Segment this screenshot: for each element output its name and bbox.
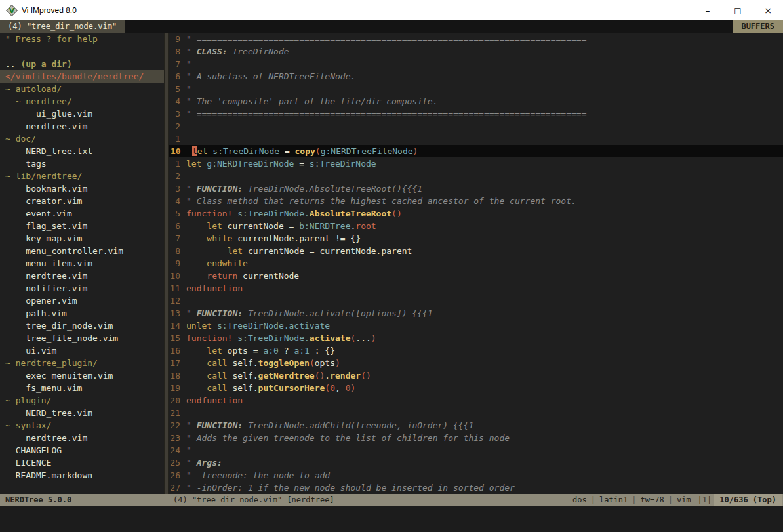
editor-line[interactable]: 25" Args: <box>169 457 783 469</box>
editor-line[interactable]: 19 call self.putCursorHere(0, 0) <box>169 382 783 394</box>
tree-row[interactable]: opener.vim <box>0 295 164 307</box>
editor-line[interactable]: 24" <box>169 444 783 457</box>
editor-line[interactable]: 6 let currentNode = b:NERDTree.root <box>169 220 783 232</box>
text-segment: (up a dir) <box>20 59 71 69</box>
editor-line[interactable]: 1let g:NERDTreeDirNode = s:TreeDirNode <box>169 157 783 170</box>
editor-line-current[interactable]: 10let s:TreeDirNode = copy(g:NERDTreeFil… <box>169 145 783 157</box>
tree-row[interactable]: flag_set.vim <box>0 220 164 232</box>
nerdtree-pane[interactable]: " Press ? for help.. (up a dir)</vimfile… <box>0 33 164 494</box>
text-segment: " ======================================… <box>186 109 586 119</box>
editor-line[interactable]: 27" -inOrder: 1 if the new node should b… <box>169 481 783 494</box>
minimize-button[interactable]: – <box>693 0 723 20</box>
editor-line[interactable]: 1 <box>169 133 783 145</box>
tree-row[interactable]: ~ syntax/ <box>0 419 164 432</box>
close-button[interactable]: × <box>753 0 783 20</box>
tree-row[interactable]: ~ nerdtree_plugin/ <box>0 357 164 369</box>
editor-line[interactable]: 8" CLASS: TreeDirNode <box>169 45 783 58</box>
vertical-split-separator[interactable] <box>164 33 169 494</box>
editor-line[interactable]: 7" <box>169 58 783 70</box>
buffer-tab[interactable]: (4) "tree_dir_node.vim" <box>0 20 125 33</box>
tree-row[interactable]: exec_menuitem.vim <box>0 369 164 382</box>
tree-row[interactable]: ui.vim <box>0 344 164 357</box>
text-segment: " <box>186 84 191 94</box>
tree-row[interactable] <box>0 45 164 58</box>
text-segment: " The 'composite' part of the file/dir c… <box>186 96 438 106</box>
tree-row[interactable]: notifier.vim <box>0 282 164 295</box>
editor-line[interactable]: 2 <box>169 120 783 133</box>
code-text: endfunction <box>186 282 243 295</box>
editor-line[interactable]: 17 call self.toggleOpen(opts) <box>169 357 783 369</box>
text-segment: function! <box>186 333 232 343</box>
tree-row[interactable]: menu_item.vim <box>0 257 164 270</box>
editor-line[interactable]: 10 return currentNode <box>169 270 783 282</box>
editor-pane[interactable]: 9" =====================================… <box>169 33 783 494</box>
tree-row[interactable]: ~ nerdtree/ <box>0 95 164 108</box>
editor-line[interactable]: 12 <box>169 295 783 307</box>
editor-line[interactable]: 6" A subclass of NERDTreeFileNode. <box>169 70 783 83</box>
editor-line[interactable]: 16 let opts = a:0 ? a:1 : {} <box>169 344 783 357</box>
editor-line[interactable]: 22" FUNCTION: TreeDirNode.addChild(treen… <box>169 419 783 432</box>
tree-row[interactable]: NERD_tree.vim <box>0 407 164 419</box>
editor-line[interactable]: 2 <box>169 170 783 182</box>
tree-row[interactable]: CHANGELOG <box>0 444 164 457</box>
line-number: 11 <box>169 282 186 295</box>
tree-row[interactable]: tree_file_node.vim <box>0 332 164 344</box>
code-text: call self.toggleOpen(opts) <box>186 357 340 369</box>
editor-line[interactable]: 4" Class method that returns the highest… <box>169 195 783 207</box>
tree-row[interactable]: ~ plugin/ <box>0 394 164 407</box>
editor-line[interactable]: 14unlet s:TreeDirNode.activate <box>169 319 783 332</box>
tree-row[interactable]: tags <box>0 157 164 170</box>
editor-line[interactable]: 8 let currentNode = currentNode.parent <box>169 245 783 257</box>
command-line[interactable] <box>0 506 783 532</box>
tree-row[interactable]: nerdtree.vim <box>0 270 164 282</box>
editor-line[interactable]: 18 call self.getNerdtree().render() <box>169 369 783 382</box>
tree-row[interactable]: ~ doc/ <box>0 133 164 145</box>
tree-row[interactable]: event.vim <box>0 207 164 220</box>
editor-line[interactable]: 4" The 'composite' part of the file/dir … <box>169 95 783 108</box>
tree-row[interactable]: nerdtree.vim <box>0 432 164 444</box>
text-segment: g:NERDTreeDirNode <box>207 159 294 169</box>
tree-row[interactable]: menu_controller.vim <box>0 245 164 257</box>
editor-line[interactable]: 5function! s:TreeDirNode.AbsoluteTreeRoo… <box>169 207 783 220</box>
editor-line[interactable]: 20endfunction <box>169 394 783 407</box>
editor-line[interactable]: 23" Adds the given treenode to the list … <box>169 432 783 444</box>
tree-row[interactable]: NERD_tree.txt <box>0 145 164 157</box>
text-segment: currentNode = currentNode.parent <box>243 246 412 256</box>
text-segment: tw=78 <box>637 494 668 506</box>
editor-line[interactable]: 7 while currentNode.parent != {} <box>169 232 783 245</box>
editor-line[interactable]: 3" =====================================… <box>169 108 783 120</box>
editor-line[interactable]: 13" FUNCTION: TreeDirNode.activate([opti… <box>169 307 783 319</box>
tree-row[interactable]: .. (up a dir) <box>0 58 164 70</box>
text-segment: nerdtree.vim <box>5 121 87 131</box>
editor-line[interactable]: 9" =====================================… <box>169 33 783 45</box>
editor-line[interactable]: 5" <box>169 83 783 95</box>
text-segment: currentNode.parent != {} <box>232 234 361 243</box>
tree-row[interactable]: bookmark.vim <box>0 182 164 195</box>
line-number: 5 <box>169 83 186 95</box>
tree-row[interactable]: ~ autoload/ <box>0 83 164 95</box>
text-segment: " A subclass of NERDTreeFileNode. <box>186 72 355 81</box>
tree-row[interactable]: path.vim <box>0 307 164 319</box>
tree-row[interactable]: tree_dir_node.vim <box>0 319 164 332</box>
tree-row-root-selected[interactable]: </vimfiles/bundle/nerdtree/ <box>0 70 164 83</box>
editor-line[interactable]: 11endfunction <box>169 282 783 295</box>
editor-line[interactable]: 21 <box>169 407 783 419</box>
tree-row[interactable]: nerdtree.vim <box>0 120 164 133</box>
text-segment: README.markdown <box>5 470 92 480</box>
text-segment: ui_glue.vim <box>5 109 92 119</box>
code-text: let opts = a:0 ? a:1 : {} <box>186 344 335 357</box>
editor-line[interactable]: 15function! s:TreeDirNode.activate(...) <box>169 332 783 344</box>
editor-line[interactable]: 9 endwhile <box>169 257 783 270</box>
tree-row[interactable]: LICENCE <box>0 457 164 469</box>
text-segment: " Class method that returns the highest … <box>186 196 576 206</box>
maximize-button[interactable]: □ <box>723 0 753 20</box>
tree-row[interactable]: README.markdown <box>0 469 164 481</box>
tree-row[interactable]: ~ lib/nerdtree/ <box>0 170 164 182</box>
editor-line[interactable]: 26" -treenode: the node to add <box>169 469 783 481</box>
tree-row[interactable]: creator.vim <box>0 195 164 207</box>
tree-row[interactable]: fs_menu.vim <box>0 382 164 394</box>
editor-line[interactable]: 3" FUNCTION: TreeDirNode.AbsoluteTreeRoo… <box>169 182 783 195</box>
tree-row[interactable]: " Press ? for help <box>0 33 164 45</box>
tree-row[interactable]: ui_glue.vim <box>0 108 164 120</box>
tree-row[interactable]: key_map.vim <box>0 232 164 245</box>
